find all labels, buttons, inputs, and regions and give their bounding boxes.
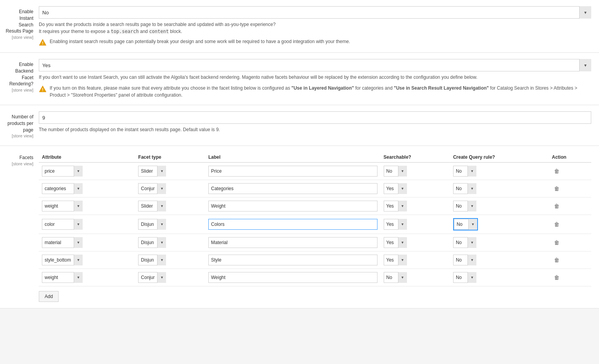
facet-query-rule-cell: NoYes [450,180,549,197]
facets-label-text: Facets [19,155,33,160]
facets-table: Attribute Facet type Label Searchable? C… [39,152,591,286]
products-per-page-help: The number of products displayed on the … [39,126,591,133]
facets-label: Facets [store view] [0,152,39,302]
facet-searchable-cell: NoYes [381,197,450,215]
facets-header-row: Attribute Facet type Label Searchable? C… [39,152,591,163]
facet-label-cell [205,234,381,251]
facets-store-view: [store view] [0,161,33,167]
facet-label-input[interactable] [208,166,377,177]
facet-label-cell [205,162,381,180]
backend-facet-store-view: [store view] [0,87,33,93]
products-per-page-input[interactable] [39,111,591,124]
delete-facet-button[interactable]: 🗑 [552,239,562,246]
facet-query-rule-cell: NoYes [450,162,549,180]
facet-attribute-cell: materialpricecategoriesweightcolorstyle_… [39,234,135,251]
instant-search-store-view: [store view] [0,35,33,40]
instant-search-warning: ! Enabling instant search results page c… [39,38,591,46]
facet-label-input[interactable] [208,272,377,283]
backend-facet-help: If you don't want to use Instant Search,… [39,74,591,81]
table-row: style_bottompricecategoriesweightcolorma… [39,251,591,269]
facet-attribute-cell: weightpricecategoriescolormaterialstyle_… [39,269,135,286]
facet-attribute-cell: weightpricecategoriescolormaterialstyle_… [39,197,135,215]
table-row: weightpricecategoriescolormaterialstyle_… [39,197,591,215]
facet-label-input[interactable] [208,183,377,194]
instant-search-label-text: EnableInstantSearchResults Page [6,9,33,34]
facet-action-cell: 🗑 [549,269,591,286]
facet-label-input[interactable] [208,219,377,230]
facet-type-cell: ConjurSliderDisjun [135,180,205,197]
table-row: weightpricecategoriescolormaterialstyle_… [39,269,591,286]
delete-facet-button[interactable]: 🗑 [552,274,562,281]
instant-search-select[interactable]: No Yes [39,6,591,19]
facet-action-cell: 🗑 [549,197,591,215]
backend-facet-select[interactable]: Yes No [39,59,591,71]
facet-searchable-cell: NoYes [381,251,450,269]
facet-attribute-cell: categoriespriceweightcolormaterialstyle_… [39,180,135,197]
delete-facet-button[interactable]: 🗑 [552,167,562,175]
facet-action-cell: 🗑 [549,234,591,251]
svg-text:!: ! [42,87,43,92]
facet-label-cell [205,215,381,234]
facet-searchable-cell: NoYes [381,234,450,251]
facet-label-cell [205,180,381,197]
facet-type-cell: DisjunSliderConjur [135,215,205,234]
facet-label-cell [205,269,381,286]
products-per-page-content: The number of products displayed on the … [39,111,599,139]
facet-type-cell: ConjurSliderDisjun [135,269,205,286]
instant-search-warning-text: Enabling instant search results page can… [50,38,350,45]
instant-search-section: EnableInstantSearchResults Page [store v… [0,0,599,53]
facet-action-cell: 🗑 [549,215,591,234]
facet-label-input[interactable] [208,237,377,248]
col-searchable: Searchable? [381,152,450,163]
backend-facet-warning-text: If you turn on this feature, please make… [50,85,591,99]
facet-type-cell: SliderConjurDisjun [135,162,205,180]
delete-facet-button[interactable]: 🗑 [552,185,562,192]
products-per-page-label: Number ofproducts perpage [store view] [0,111,39,139]
facet-label-input[interactable] [208,255,377,265]
backend-facet-warning: ! If you turn on this feature, please ma… [39,85,591,99]
page-container: EnableInstantSearchResults Page [store v… [0,0,599,309]
facet-searchable-cell: NoYes [381,180,450,197]
table-row: pricecategoriesweightcolormaterialstyle_… [39,162,591,180]
table-row: colorpricecategoriesweightmaterialstyle_… [39,215,591,234]
delete-facet-button[interactable]: 🗑 [552,220,562,228]
facet-label-cell [205,197,381,215]
products-per-page-section: Number ofproducts perpage [store view] T… [0,105,599,146]
facet-action-cell: 🗑 [549,251,591,269]
facet-attribute-cell: colorpricecategoriesweightmaterialstyle_… [39,215,135,234]
backend-facet-select-wrapper[interactable]: Yes No [39,59,591,71]
facets-content: Attribute Facet type Label Searchable? C… [39,152,599,302]
facet-searchable-cell: NoYes [381,162,450,180]
products-per-page-label-text: Number ofproducts perpage [7,114,33,133]
facet-query-rule-cell: NoYes [450,269,549,286]
instant-search-label: EnableInstantSearchResults Page [store v… [0,6,39,46]
col-attribute: Attribute [39,152,135,163]
facet-query-rule-cell: NoYes [450,197,549,215]
instant-search-select-wrapper[interactable]: No Yes [39,6,591,19]
col-query-rule: Create Query rule? [450,152,549,163]
delete-facet-button[interactable]: 🗑 [552,202,562,210]
instant-search-help: Do you want the products inside a search… [39,21,591,35]
backend-facet-label-text: EnableBackendFacetRendering? [9,62,33,87]
col-action: Action [549,152,591,163]
col-facet-type: Facet type [135,152,205,163]
table-row: materialpricecategoriesweightcolorstyle_… [39,234,591,251]
facet-query-rule-cell: NoYes [450,215,549,234]
delete-facet-button[interactable]: 🗑 [552,256,562,264]
col-label: Label [205,152,381,163]
add-facet-button[interactable]: Add [39,291,59,302]
backend-facet-label: EnableBackendFacetRendering? [store view… [0,59,39,99]
facet-type-cell: DisjunSliderConjur [135,251,205,269]
products-per-page-store-view: [store view] [0,133,33,139]
svg-text:!: ! [42,41,43,45]
facet-attribute-cell: style_bottompricecategoriesweightcolorma… [39,251,135,269]
facet-query-rule-cell: NoYes [450,251,549,269]
facet-type-cell: DisjunSliderConjur [135,234,205,251]
facet-action-cell: 🗑 [549,180,591,197]
backend-facet-content: Yes No If you don't want to use Instant … [39,59,599,99]
facet-label-input[interactable] [208,201,377,211]
facet-query-rule-cell: NoYes [450,234,549,251]
instant-search-content: No Yes Do you want the products inside a… [39,6,599,46]
facet-label-cell [205,251,381,269]
facets-section: Facets [store view] Attribute Facet type… [0,146,599,309]
